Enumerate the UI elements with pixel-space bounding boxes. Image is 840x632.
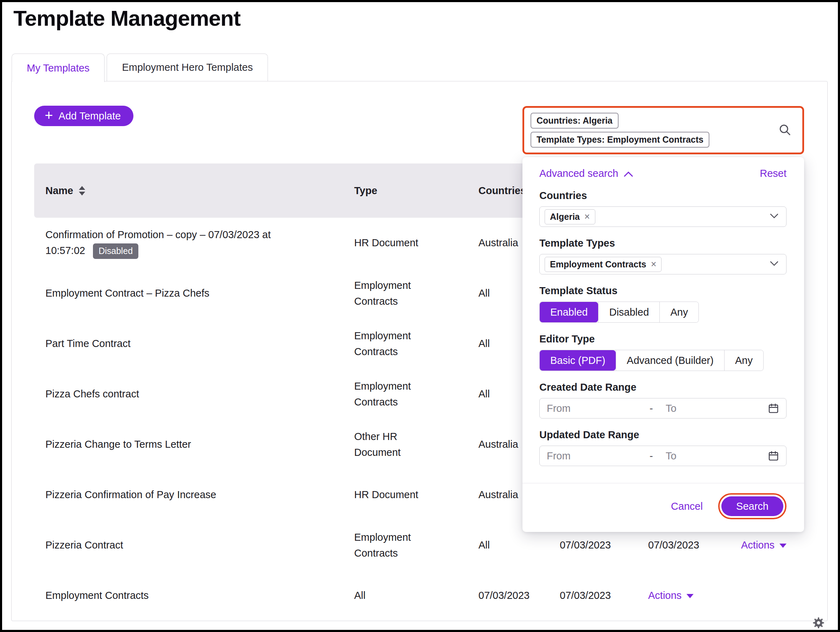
plus-icon: + [45,108,53,122]
editor-type-segmented: Basic (PDF) Advanced (Builder) Any [539,350,764,371]
template-type: Employment Contracts [354,277,478,309]
template-type: All [354,588,478,603]
chevron-down-icon [770,214,778,220]
column-header-type: Type [354,185,478,196]
tab-label: Employment Hero Templates [122,62,253,73]
template-created-date: 07/03/2023 [560,537,648,553]
template-status-label: Template Status [539,285,786,297]
column-header-name[interactable]: Name [34,185,354,196]
add-template-label: Add Template [58,110,121,122]
template-type: HR Document [354,487,478,503]
date-from-input[interactable]: From [547,403,649,414]
cancel-button[interactable]: Cancel [671,501,703,512]
status-badge: Disabled [93,244,138,258]
actions-button[interactable]: Actions [741,537,804,553]
date-from-input[interactable]: From [547,450,649,462]
countries-label: Countries [539,190,786,201]
created-date-range-field[interactable]: From - To [539,398,786,418]
sort-icon[interactable] [79,186,85,195]
editor-option-basic-pdf[interactable]: Basic (PDF) [540,350,616,371]
chevron-down-icon [770,261,778,268]
template-name: Pizzeria Contract [34,537,354,553]
editor-option-any[interactable]: Any [724,350,763,371]
editor-option-advanced-builder[interactable]: Advanced (Builder) [616,350,724,371]
search-filter-box[interactable]: Countries: Algeria Template Types: Emplo… [523,106,804,154]
date-range-separator: - [649,403,653,414]
panel-divider [523,483,804,483]
search-button[interactable]: Search [722,496,783,516]
template-type: Employment Contracts [354,529,478,561]
close-icon[interactable]: × [651,260,657,269]
template-name: Pizzeria Confirmation of Pay Increase [34,487,354,503]
tab-my-templates[interactable]: My Templates [12,54,104,82]
date-to-input[interactable]: To [666,403,768,414]
countries-select[interactable]: Algeria × [539,206,786,227]
tab-employment-hero-templates[interactable]: Employment Hero Templates [107,54,268,81]
updated-date-range-label: Updated Date Range [539,429,786,441]
calendar-icon[interactable] [768,403,779,414]
status-option-enabled[interactable]: Enabled [540,302,598,322]
caret-down-icon [687,594,693,598]
page-title: Template Management [13,6,240,31]
selected-template-type-chip[interactable]: Employment Contracts × [545,257,662,272]
table-row: Employment Contracts All 07/03/2023 07/0… [34,570,804,621]
template-countries: All [478,537,560,553]
tab-bar: My Templates Employment Hero Templates [12,54,268,82]
gear-icon[interactable] [812,616,826,631]
template-status-segmented: Enabled Disabled Any [539,301,699,323]
status-option-any[interactable]: Any [659,302,698,322]
calendar-icon[interactable] [768,450,779,461]
advanced-search-panel: Advanced search Reset Countries Algeria … [523,157,804,532]
template-name: Confirmation of Promotion – copy – 07/03… [46,229,271,256]
template-type: Employment Contracts [354,379,478,410]
active-filter-chips: Countries: Algeria Template Types: Emplo… [524,113,709,147]
search-icon[interactable] [778,123,791,138]
advanced-search-toggle[interactable]: Advanced search [539,168,633,179]
date-range-separator: - [649,450,653,462]
template-type: HR Document [354,235,478,251]
template-type: Employment Contracts [354,328,478,360]
selected-country-chip[interactable]: Algeria × [545,209,595,224]
status-option-disabled[interactable]: Disabled [598,302,659,322]
template-name: Part Time Contract [34,336,354,352]
template-type: Other HR Document [354,429,478,461]
updated-date-range-field[interactable]: From - To [539,446,786,466]
template-created-date: 07/03/2023 [478,588,560,603]
template-updated-date: 07/03/2023 [560,588,648,603]
template-types-label: Template Types [539,238,786,249]
reset-link[interactable]: Reset [760,168,786,179]
tab-label: My Templates [27,62,89,74]
template-types-select[interactable]: Employment Contracts × [539,254,786,274]
editor-type-label: Editor Type [539,333,786,345]
filter-chip-countries[interactable]: Countries: Algeria [531,113,619,128]
template-name: Pizzeria Change to Terms Letter [34,437,354,452]
chevron-up-icon [624,168,633,179]
date-to-input[interactable]: To [666,450,768,462]
add-template-button[interactable]: + Add Template [34,106,133,126]
actions-button[interactable]: Actions [648,588,741,603]
template-updated-date: 07/03/2023 [648,537,741,553]
search-button-highlight-ring: Search [718,493,786,519]
template-name: Pizza Chefs contract [34,386,354,402]
caret-down-icon [780,543,786,548]
filter-chip-template-types[interactable]: Template Types: Employment Contracts [531,132,709,147]
close-icon[interactable]: × [584,212,590,222]
created-date-range-label: Created Date Range [539,382,786,393]
template-name: Employment Contract – Pizza Chefs [34,285,354,301]
template-name: Employment Contracts [34,588,354,603]
